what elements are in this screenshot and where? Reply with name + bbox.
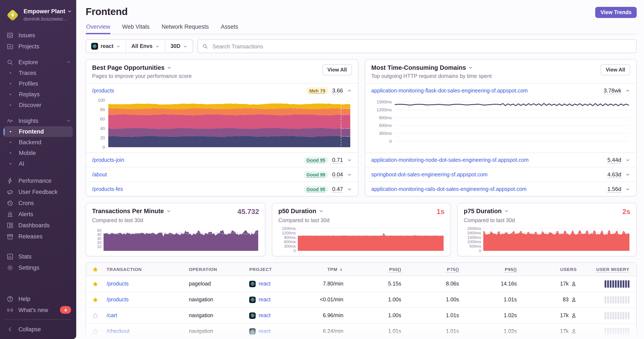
opportunity-score[interactable]: 0.47 [332,186,343,192]
sidebar-section-explore[interactable]: Explore [0,56,76,68]
col-p75[interactable]: P75() [447,267,465,272]
domain-row[interactable]: application-monitoring-rails-dot-sales-e… [365,181,636,196]
project-cell[interactable]: react [247,312,311,319]
col-user-misery[interactable]: USER MISERY [596,267,636,272]
sidebar-item-crons[interactable]: Crons [0,197,76,208]
view-all-button[interactable]: View All [600,64,630,75]
project-link[interactable]: react [259,281,270,287]
sidebar-item-user-feedback[interactable]: User Feedback [0,186,76,197]
page-row[interactable]: /products-fesGood 950.47 [86,181,358,196]
sidebar-item-what-s-new[interactable]: What's new4 [0,304,76,316]
sidebar-item-discover[interactable]: Discover [0,100,76,110]
sidebar-item-help[interactable]: Help [0,293,76,304]
project-cell[interactable]: react [247,297,311,303]
domain-link[interactable]: application-monitoring-node-dot-sales-en… [371,157,528,163]
project-link[interactable]: react [259,328,270,334]
page-link[interactable]: /products-fes [92,186,123,192]
domain-row[interactable]: application-monitoring-node-dot-sales-en… [365,152,636,167]
sidebar-item-projects[interactable]: Projects [0,41,76,52]
table-row[interactable]: /productsnavigationreact<0.01/min1.00s1.… [86,292,636,308]
sidebar-item-settings[interactable]: Settings [0,262,76,273]
col-project[interactable]: PROJECT [247,267,311,272]
search-input[interactable] [212,42,632,50]
sidebar-item-collapse[interactable]: Collapse [0,324,76,335]
sidebar-item-replays[interactable]: Replays [0,89,76,100]
col-transaction[interactable]: TRANSACTION [104,267,189,272]
project-link[interactable]: react [259,313,270,319]
page-link[interactable]: /about [92,171,107,177]
star-filled-icon[interactable] [86,281,104,287]
star-outline-icon[interactable] [86,312,104,319]
project-cell[interactable]: react [247,281,311,287]
domain-link[interactable]: application-monitoring-flask-dot-sales-e… [371,87,528,93]
star-filled-icon[interactable] [86,297,104,303]
project-cell[interactable]: react [247,328,311,335]
table-row[interactable]: /cartnavigationreact6.96/min1.00s1.01s1.… [86,308,636,324]
page-link[interactable]: /products [92,87,114,93]
view-all-button[interactable]: View All [322,64,352,75]
view-trends-button[interactable]: View Trends [596,7,637,18]
score-badge[interactable]: Good 99 [303,171,328,178]
col-operation[interactable]: OPERATION [189,267,247,272]
chevron-down-icon[interactable] [625,172,630,177]
project-filter[interactable]: react [86,40,126,53]
chevron-down-icon[interactable] [625,186,630,192]
transaction-link[interactable]: /cart [104,313,189,319]
sidebar-item-performance[interactable]: Performance [0,175,76,186]
tab-assets[interactable]: Assets [220,23,238,34]
chevron-up-icon[interactable] [625,88,630,93]
page-row[interactable]: /aboutGood 990.04 [86,167,358,181]
chevron-up-icon[interactable] [347,88,352,93]
chevron-down-icon[interactable] [347,186,352,192]
domain-link[interactable]: springboot-dot-sales-engineering-sf.apps… [371,171,488,177]
sidebar-item-backend[interactable]: Backend [0,137,76,148]
project-link[interactable]: react [259,297,270,303]
sidebar-item-alerts[interactable]: Alerts [0,208,76,220]
domain-link[interactable]: application-monitoring-rails-dot-sales-e… [371,186,526,192]
score-badge[interactable]: Meh 79 [306,87,328,94]
sidebar-item-profiles[interactable]: Profiles [0,78,76,89]
time-spent-value[interactable]: 5.44d [608,157,621,163]
table-row[interactable]: /checkoutnavigationreact6.24/min1.01s1.0… [86,324,636,339]
score-badge[interactable]: Good 95 [303,186,328,192]
panel-title-row[interactable]: Best Page Opportunities [92,64,192,71]
date-range-filter[interactable]: 30D [165,40,193,53]
chevron-down-icon[interactable] [347,172,352,177]
panel-title-row[interactable]: Transactions Per Minute [92,208,171,214]
opportunity-score[interactable]: 0.04 [332,171,343,178]
sidebar-item-mobile[interactable]: Mobile [0,148,76,158]
tab-network-requests[interactable]: Network Requests [161,23,210,34]
col-users[interactable]: USERS [560,267,583,272]
score-badge[interactable]: Good 95 [303,156,328,163]
panel-title-row[interactable]: Most Time-Consuming Domains [371,64,492,71]
sidebar-item-ai[interactable]: AI [0,158,76,169]
panel-title-row[interactable]: p50 Duration [278,208,324,214]
table-row[interactable]: /productspageloadreact7.80/min5.15s8.06s… [86,276,636,292]
org-switcher[interactable]: Empower Plant dominik.buszowiec… [0,0,76,24]
chevron-down-icon[interactable] [625,157,630,162]
sidebar-item-releases[interactable]: Releases [0,231,76,242]
transaction-link[interactable]: /products [104,281,189,287]
tab-web-vitals[interactable]: Web Vitals [122,23,150,34]
sidebar-item-stats[interactable]: Stats [0,251,76,262]
domain-row-expanded[interactable]: application-monitoring-flask-dot-sales-e… [365,83,636,98]
transaction-link[interactable]: /checkout [104,328,189,334]
sidebar-item-dashboards[interactable]: Dashboards [0,220,76,231]
opportunity-score[interactable]: 0.71 [332,157,343,163]
col-p50[interactable]: P50() [389,267,407,272]
page-row[interactable]: /products-joinGood 950.71 [86,152,358,167]
panel-title-row[interactable]: p75 Duration [464,208,509,214]
sidebar-item-issues[interactable]: Issues [0,29,76,41]
sidebar-item-traces[interactable]: Traces [0,68,76,78]
time-spent-value[interactable]: 4.63d [608,171,621,178]
page-row-expanded[interactable]: /products Meh 79 3.66 [86,83,358,98]
domain-row[interactable]: springboot-dot-sales-engineering-sf.apps… [365,167,636,181]
sidebar-section-insights[interactable]: Insights [0,115,76,126]
sidebar-item-frontend[interactable]: Frontend [4,126,73,137]
transaction-link[interactable]: /products [104,297,189,303]
star-column-header[interactable] [86,266,104,273]
environment-filter[interactable]: All Envs [126,40,166,53]
col-tpm[interactable]: TPM [327,267,350,272]
time-spent-value[interactable]: 3.78wk [604,87,621,94]
tab-overview[interactable]: Overview [86,23,111,34]
